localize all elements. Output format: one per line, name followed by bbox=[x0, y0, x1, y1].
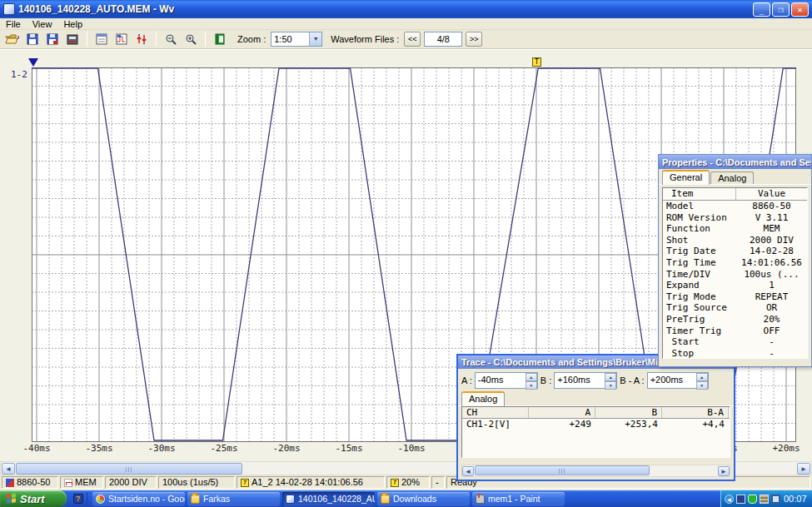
property-row[interactable]: Trig Time14:01:06.56 bbox=[663, 257, 807, 269]
zoom-out-button[interactable] bbox=[162, 31, 180, 47]
trace-table-header: CHABB-A bbox=[462, 407, 730, 419]
scroll-right-arrow-icon[interactable]: ► bbox=[718, 466, 730, 476]
properties-titlebar[interactable]: Properties - C:\Documents and Settings\B bbox=[659, 155, 811, 169]
taskbar-button[interactable]: Farkas bbox=[187, 492, 280, 506]
magnifier-plus-icon bbox=[185, 33, 197, 45]
trace-scrollbar[interactable]: ◄ ► bbox=[461, 465, 730, 477]
status-model: 8860-50 bbox=[2, 476, 58, 489]
open-button[interactable] bbox=[3, 31, 22, 47]
cursor-ba-spinner[interactable]: +200ms ▲▼ bbox=[647, 372, 709, 389]
column-item: Item bbox=[663, 188, 736, 200]
cursor-a-spinner[interactable]: -40ms ▲▼ bbox=[475, 372, 538, 389]
trace-column-header: B-A bbox=[662, 407, 729, 418]
chevron-down-icon[interactable]: ▼ bbox=[309, 32, 321, 46]
property-row[interactable]: Shot2000 DIV bbox=[663, 235, 807, 246]
next-file-button[interactable]: >> bbox=[466, 32, 482, 47]
taskbar-button-label: Farkas bbox=[203, 494, 230, 504]
sort-traces-button[interactable] bbox=[132, 31, 151, 47]
property-row[interactable]: PreTrig20% bbox=[663, 314, 807, 326]
spin-up-icon[interactable]: ▲ bbox=[526, 373, 537, 381]
property-row[interactable]: FunctionMEM bbox=[663, 223, 807, 235]
log-book-button[interactable] bbox=[211, 31, 229, 47]
status-timebase: 100us (1us/5) bbox=[158, 476, 235, 489]
toolbar-separator bbox=[156, 32, 157, 47]
x-axis-tick: -10ms bbox=[397, 443, 425, 454]
property-item: Trig Mode bbox=[663, 291, 736, 303]
properties-window[interactable]: Properties - C:\Documents and Settings\B… bbox=[658, 154, 812, 367]
spin-up-icon[interactable]: ▲ bbox=[605, 373, 616, 381]
export-disk-button[interactable] bbox=[63, 31, 82, 47]
channel-settings-button[interactable] bbox=[112, 31, 131, 47]
spin-up-icon[interactable]: ▲ bbox=[696, 373, 708, 381]
menu-help[interactable]: Help bbox=[57, 18, 88, 30]
quick-launch-icon[interactable]: ? bbox=[73, 494, 83, 504]
property-row[interactable]: Start- bbox=[663, 336, 807, 348]
taskbar-button[interactable]: Startsiden.no - Googl... bbox=[92, 492, 185, 506]
zoom-value: 1:50 bbox=[271, 34, 309, 44]
spinner-arrows[interactable]: ▲▼ bbox=[526, 373, 537, 388]
taskbar: Start ? Startsiden.no - Googl...Farkas14… bbox=[0, 490, 812, 507]
property-row[interactable]: Trig ModeREPEAT bbox=[663, 291, 807, 303]
close-button[interactable]: ✕ bbox=[791, 2, 809, 17]
scroll-left-arrow-icon[interactable]: ◄ bbox=[462, 466, 474, 476]
property-row[interactable]: Expand1 bbox=[663, 280, 807, 291]
cursor-ba-value[interactable]: +200ms bbox=[648, 373, 696, 388]
spinner-arrows[interactable]: ▲▼ bbox=[605, 373, 616, 388]
scrollbar-thumb[interactable] bbox=[475, 465, 650, 475]
scrollbar-thumb[interactable] bbox=[16, 463, 242, 475]
cursor-b-spinner[interactable]: +160ms ▲▼ bbox=[554, 372, 617, 389]
property-row[interactable]: Timer TrigOFF bbox=[663, 326, 807, 337]
prev-file-button[interactable]: << bbox=[404, 32, 421, 47]
property-row[interactable]: Trig SourceOR bbox=[663, 302, 807, 314]
security-shield-icon[interactable] bbox=[748, 495, 757, 504]
waveform-files-label: Waveform Files : bbox=[331, 34, 399, 44]
spin-down-icon[interactable]: ▼ bbox=[696, 381, 708, 390]
tab-analog[interactable]: Analog bbox=[710, 171, 754, 184]
spin-down-icon[interactable]: ▼ bbox=[526, 381, 537, 390]
zoom-in-button[interactable] bbox=[182, 31, 200, 47]
minimize-button[interactable]: _ bbox=[753, 2, 770, 17]
cursor-b-label: B : bbox=[541, 375, 551, 385]
menu-view[interactable]: View bbox=[27, 18, 58, 30]
taskbar-button[interactable]: mem1 - Paint bbox=[472, 492, 565, 506]
trace-window[interactable]: Trace - C:\Documents and Settings\Bruker… bbox=[456, 354, 735, 481]
cursor-a-marker[interactable] bbox=[28, 58, 38, 67]
save-button[interactable] bbox=[23, 31, 42, 47]
zoom-label: Zoom : bbox=[237, 34, 266, 44]
taskbar-button[interactable]: 140106_140228_AUT... bbox=[282, 492, 375, 506]
property-row[interactable]: Model8860-50 bbox=[663, 201, 807, 212]
trace-row[interactable]: CH1-2[V]+249+253,4+4,4 bbox=[462, 419, 730, 430]
property-row[interactable]: ROM VersionV 3.11 bbox=[663, 212, 807, 224]
zoom-select[interactable]: 1:50 ▼ bbox=[271, 32, 322, 47]
tab-general[interactable]: General bbox=[662, 170, 710, 185]
cursor-b-value[interactable]: +160ms bbox=[555, 373, 605, 388]
display-icon[interactable] bbox=[771, 495, 780, 504]
tab-analog[interactable]: Analog bbox=[461, 391, 505, 406]
taskbar-button[interactable]: Downloads bbox=[377, 492, 470, 506]
trigger-icon: T bbox=[241, 479, 249, 487]
restore-button[interactable]: ❐ bbox=[772, 2, 790, 17]
trigger-marker[interactable]: T bbox=[532, 57, 541, 67]
quick-launch: ? bbox=[69, 492, 87, 505]
menu-file[interactable]: File bbox=[0, 18, 27, 30]
tray-collapse-icon[interactable]: ◄ bbox=[725, 495, 734, 504]
properties-button[interactable] bbox=[92, 31, 111, 47]
network-icon[interactable] bbox=[736, 495, 745, 504]
property-row[interactable]: Stop- bbox=[663, 348, 807, 359]
property-value: 2000 DIV bbox=[736, 235, 807, 246]
updates-icon[interactable] bbox=[760, 495, 769, 504]
save-as-button[interactable] bbox=[43, 31, 62, 47]
spinner-arrows[interactable]: ▲▼ bbox=[696, 373, 708, 388]
property-row[interactable]: Time/DIV100us (... bbox=[663, 269, 807, 281]
scroll-left-arrow-icon[interactable]: ◄ bbox=[2, 463, 15, 475]
property-value: 8860-50 bbox=[736, 201, 807, 212]
start-button[interactable]: Start bbox=[0, 490, 67, 507]
property-row[interactable]: Trig Date14-02-28 bbox=[663, 246, 807, 257]
taskbar-clock[interactable]: 00:07 bbox=[784, 494, 807, 504]
main-titlebar[interactable]: 140106_140228_AUTO.MEM - Wv _ ❐ ✕ bbox=[0, 0, 812, 18]
paint-icon bbox=[476, 495, 485, 504]
cursor-a-value[interactable]: -40ms bbox=[476, 373, 526, 388]
spin-down-icon[interactable]: ▼ bbox=[605, 381, 616, 390]
scroll-right-arrow-icon[interactable]: ► bbox=[797, 463, 810, 475]
property-item: Model bbox=[663, 201, 736, 212]
